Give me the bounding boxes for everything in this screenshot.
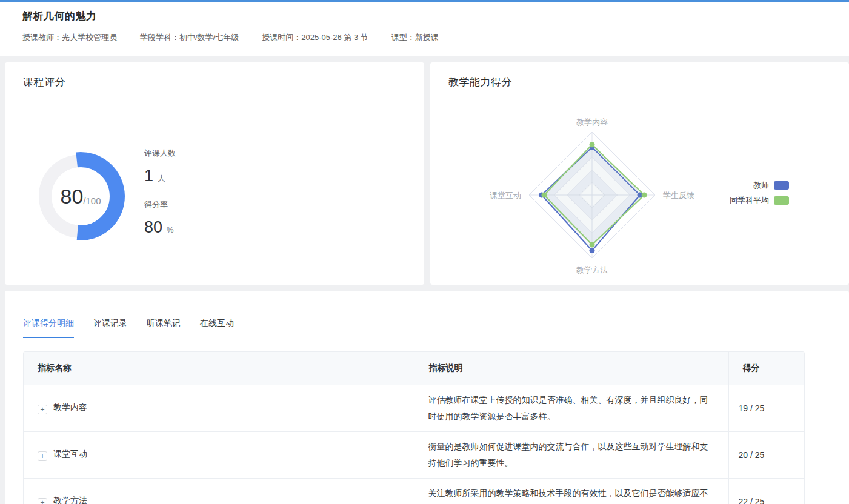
indicator-name-cell: +教学方法 <box>24 478 415 504</box>
page-title: 解析几何的魅力 <box>22 9 849 23</box>
reviewer-count: 1 人 <box>144 167 176 185</box>
meta-grade-subject: 学段学科：初中/数学/七年级 <box>140 32 239 43</box>
teaching-ability-card-title: 教学能力得分 <box>430 62 849 102</box>
course-score-card: 课程评分 80 /100 评课人数 1 人 得分率 80 % <box>5 62 424 285</box>
indicator-description-cell: 评估教师在课堂上传授的知识是否准确、相关、有深度，并且组织良好，同时使用的教学资… <box>415 385 728 431</box>
legend-item-teacher[interactable]: 教师 <box>753 180 789 191</box>
indicator-description-cell: 关注教师所采用的教学策略和技术手段的有效性，以及它们是否能够适应不同的学习风格和… <box>415 478 728 504</box>
tab-score-detail[interactable]: 评课得分明细 <box>23 318 74 338</box>
indicator-name-cell: +教学内容 <box>24 385 415 431</box>
svg-text:教学方法: 教学方法 <box>576 265 608 274</box>
column-indicator-description: 指标说明 <box>415 352 728 385</box>
legend-label-subject-average: 同学科平均 <box>730 195 769 206</box>
table-row: +教学方法 关注教师所采用的教学策略和技术手段的有效性，以及它们是否能够适应不同… <box>24 478 805 504</box>
meta-time: 授课时间：2025-05-26 第 3 节 <box>262 32 368 43</box>
svg-text:学生反馈: 学生反馈 <box>663 191 694 200</box>
score-stats: 评课人数 1 人 得分率 80 % <box>144 148 176 251</box>
legend-label-teacher: 教师 <box>753 180 769 191</box>
course-score-card-title: 课程评分 <box>5 62 424 102</box>
table-row: +教学内容 评估教师在课堂上传授的知识是否准确、相关、有深度，并且组织良好，同时… <box>24 385 805 431</box>
teaching-ability-card: 教学能力得分 教学内容学生反馈教学方法课堂互动 教师 同学科平均 <box>430 62 849 285</box>
course-meta-row: 授课教师：光大学校管理员 学段学科：初中/数学/七年级 授课时间：2025-05… <box>22 32 849 43</box>
score-rate-label: 得分率 <box>144 199 176 210</box>
table-header-row: 指标名称 指标说明 得分 <box>24 352 805 385</box>
indicator-description-cell: 衡量的是教师如何促进课堂内的交流与合作，以及这些互动对学生理解和支持他们学习的重… <box>415 431 728 478</box>
legend-item-subject-average[interactable]: 同学科平均 <box>730 195 789 206</box>
tab-evaluation-records[interactable]: 评课记录 <box>93 318 127 338</box>
column-indicator-name: 指标名称 <box>24 352 415 385</box>
expand-row-button[interactable]: + <box>38 405 47 414</box>
score-rate: 80 % <box>144 218 176 237</box>
course-header: 解析几何的魅力 授课教师：光大学校管理员 学段学科：初中/数学/七年级 授课时间… <box>0 2 849 56</box>
expand-row-button[interactable]: + <box>38 498 47 504</box>
radar-legend: 教师 同学科平均 <box>709 180 789 206</box>
indicator-score-cell: 19 / 25 <box>728 385 805 431</box>
column-score: 得分 <box>728 352 805 385</box>
expand-row-button[interactable]: + <box>38 451 47 461</box>
tab-bar: 评课得分明细 评课记录 听课笔记 在线互动 <box>5 291 849 338</box>
score-donut-chart: 80 /100 <box>17 133 144 260</box>
svg-text:教学内容: 教学内容 <box>576 118 608 127</box>
evaluation-detail-card: 评课得分明细 评课记录 听课笔记 在线互动 指标名称 指标说明 得分 +教学内容… <box>5 291 849 504</box>
legend-swatch-subject-average <box>774 196 789 205</box>
svg-text:课堂互动: 课堂互动 <box>490 191 521 200</box>
meta-course-type: 课型：新授课 <box>391 32 439 43</box>
reviewer-count-label: 评课人数 <box>144 148 176 159</box>
indicator-score-cell: 22 / 25 <box>728 478 805 504</box>
tab-online-interaction[interactable]: 在线互动 <box>200 318 234 338</box>
meta-teacher: 授课教师：光大学校管理员 <box>22 32 117 43</box>
score-total: /100 <box>83 196 101 206</box>
indicator-score-cell: 20 / 25 <box>728 431 805 478</box>
score-donut-center-text: 80 /100 <box>17 133 144 260</box>
indicator-table: 指标名称 指标说明 得分 +教学内容 评估教师在课堂上传授的知识是否准确、相关、… <box>23 351 805 504</box>
legend-swatch-teacher <box>774 181 789 190</box>
tab-listening-notes[interactable]: 听课笔记 <box>147 318 181 338</box>
indicator-name-cell: +课堂互动 <box>24 431 415 478</box>
table-row: +课堂互动 衡量的是教师如何促进课堂内的交流与合作，以及这些互动对学生理解和支持… <box>24 431 805 478</box>
score-value: 80 <box>60 185 83 208</box>
